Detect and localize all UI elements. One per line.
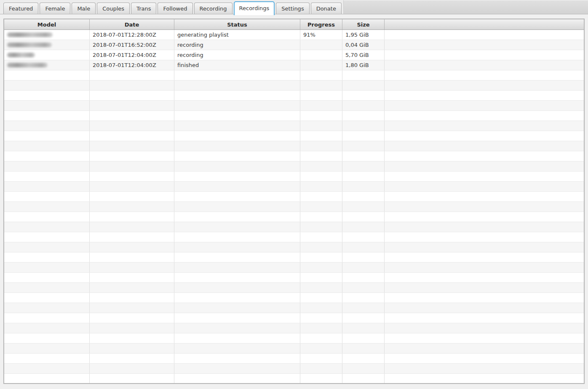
tab-recording[interactable]: Recording (194, 3, 233, 14)
cell-empty (90, 354, 174, 363)
cell-empty (90, 101, 174, 110)
column-header-date[interactable]: Date (90, 19, 174, 30)
cell-date: 2018-07-01T12:28:00Z (90, 30, 174, 40)
cell-empty (4, 91, 90, 100)
cell-empty (300, 242, 342, 252)
cell-empty (90, 202, 174, 212)
empty-row (4, 172, 584, 182)
redacted-model-name (7, 32, 53, 37)
cell-progress (300, 50, 342, 60)
cell-empty (300, 151, 342, 161)
cell-empty (300, 161, 342, 171)
cell-empty (174, 232, 300, 242)
cell-empty (90, 343, 174, 353)
cell-empty (90, 161, 174, 171)
cell-empty (90, 80, 174, 90)
empty-row (4, 91, 584, 101)
cell-empty (342, 111, 385, 121)
cell-empty (342, 293, 385, 303)
column-header-status[interactable]: Status (174, 19, 300, 30)
cell-empty (90, 192, 174, 201)
tab-female[interactable]: Female (40, 3, 70, 14)
cell-empty (300, 131, 342, 141)
tab-featured[interactable]: Featured (3, 3, 38, 14)
cell-empty (300, 141, 342, 151)
cell-empty (342, 101, 385, 110)
cell-empty (4, 232, 90, 242)
cell-empty (90, 151, 174, 161)
empty-row (4, 303, 584, 313)
cell-filler (385, 202, 584, 212)
cell-empty (4, 303, 90, 313)
empty-row (4, 313, 584, 323)
cell-empty (90, 222, 174, 232)
cell-filler (385, 263, 584, 272)
empty-row (4, 263, 584, 273)
cell-empty (300, 364, 342, 373)
cell-empty (4, 242, 90, 252)
cell-empty (174, 323, 300, 333)
tab-donate[interactable]: Donate (311, 3, 342, 14)
cell-empty (300, 172, 342, 181)
column-header-size[interactable]: Size (342, 19, 385, 30)
cell-empty (174, 212, 300, 222)
cell-filler (385, 182, 584, 191)
cell-empty (342, 70, 385, 80)
cell-filler (385, 323, 584, 333)
cell-empty (90, 242, 174, 252)
cell-empty (342, 364, 385, 373)
cell-status: generating playlist (174, 30, 300, 40)
cell-filler (385, 141, 584, 151)
recording-row[interactable]: 2018-07-01T12:04:00Zrecording5,70 GiB (4, 50, 584, 60)
cell-empty (300, 323, 342, 333)
empty-row (4, 131, 584, 141)
recording-row[interactable]: 2018-07-01T12:28:00Zgenerating playlist9… (4, 30, 584, 40)
cell-empty (90, 182, 174, 191)
cell-empty (174, 354, 300, 363)
cell-empty (4, 80, 90, 90)
empty-row (4, 70, 584, 80)
tab-settings[interactable]: Settings (276, 3, 309, 14)
tab-trans[interactable]: Trans (131, 3, 156, 14)
cell-empty (90, 141, 174, 151)
table-header: ModelDateStatusProgressSize (4, 19, 584, 30)
cell-empty (4, 222, 90, 232)
cell-filler (385, 80, 584, 90)
cell-empty (4, 161, 90, 171)
empty-row (4, 323, 584, 333)
cell-empty (300, 212, 342, 222)
cell-empty (174, 141, 300, 151)
cell-status: recording (174, 50, 300, 60)
cell-empty (174, 293, 300, 303)
cell-empty (300, 121, 342, 131)
cell-empty (174, 111, 300, 121)
tab-couples[interactable]: Couples (97, 3, 130, 14)
cell-model (4, 30, 90, 40)
empty-row (4, 121, 584, 131)
cell-empty (300, 192, 342, 201)
cell-empty (300, 374, 342, 383)
cell-empty (4, 323, 90, 333)
cell-filler (385, 151, 584, 161)
recording-row[interactable]: 2018-07-01T12:04:00Zfinished1,80 GiB (4, 60, 584, 70)
column-header-progress[interactable]: Progress (300, 19, 342, 30)
redacted-model-name (7, 63, 48, 67)
cell-empty (300, 70, 342, 80)
tab-recordings[interactable]: Recordings (234, 1, 275, 15)
cell-empty (174, 242, 300, 252)
cell-empty (342, 303, 385, 313)
recording-row[interactable]: 2018-07-01T16:52:00Zrecording0,04 GiB (4, 40, 584, 50)
cell-empty (174, 131, 300, 141)
tab-male[interactable]: Male (72, 3, 96, 14)
tab-followed[interactable]: Followed (158, 3, 192, 14)
column-header-model[interactable]: Model (4, 19, 90, 30)
cell-empty (90, 374, 174, 383)
cell-filler (385, 242, 584, 252)
empty-row (4, 161, 584, 172)
cell-empty (300, 182, 342, 191)
cell-empty (174, 313, 300, 323)
tab-bar: FeaturedFemaleMaleCouplesTransFollowedRe… (0, 0, 588, 14)
cell-empty (174, 303, 300, 313)
cell-empty (174, 172, 300, 181)
cell-empty (90, 303, 174, 313)
